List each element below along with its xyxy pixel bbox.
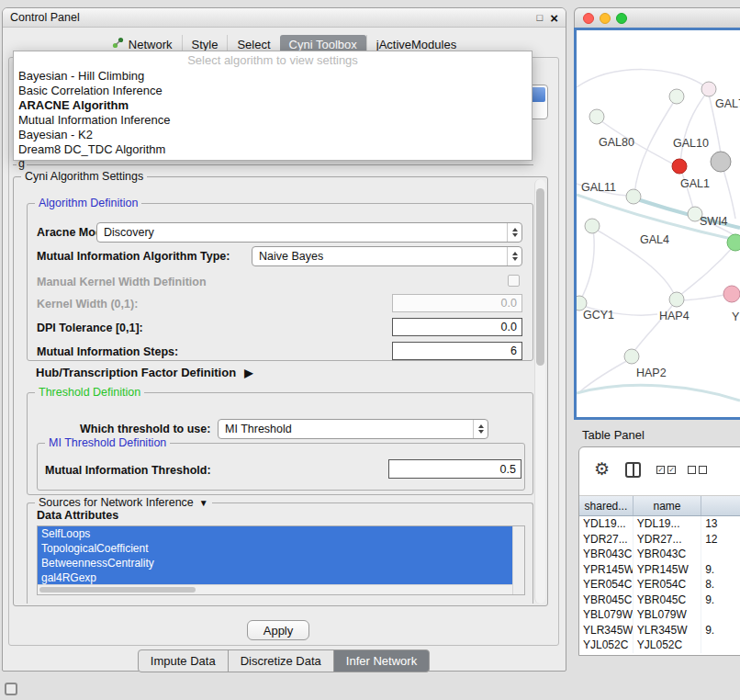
network-node-label[interactable]: GCY1 [583, 309, 614, 322]
tab-impute-data[interactable]: Impute Data [138, 649, 229, 672]
gear-icon[interactable]: ⚙ [594, 458, 610, 480]
algorithm-option[interactable]: Mutual Information Inference [14, 113, 532, 128]
table-row[interactable]: YJL052C YJL052C [579, 638, 740, 653]
attribute-item-selected[interactable]: TopologicalCoefficient [38, 541, 512, 556]
which-threshold-select[interactable]: MI Threshold [218, 419, 488, 439]
attribute-list-hscrollbar[interactable] [38, 584, 512, 594]
scrollbar-thumb[interactable] [39, 587, 196, 593]
network-node-label[interactable]: GAL10 [673, 137, 709, 150]
network-node-label[interactable]: GAL80 [599, 136, 634, 149]
column-header-name[interactable]: name [633, 496, 701, 515]
table-cell[interactable]: YDR27... [633, 532, 701, 548]
algorithm-option-selected[interactable]: ARACNE Algorithm [14, 98, 532, 113]
table-cell[interactable]: 13 [701, 516, 740, 532]
deselect-all-icon[interactable] [688, 466, 707, 474]
dpi-tolerance-input[interactable]: 0.0 [392, 318, 522, 336]
restore-panel-icon[interactable] [5, 683, 17, 695]
close-icon[interactable]: × [550, 12, 558, 24]
column-header-cut[interactable] [701, 496, 740, 515]
table-row[interactable]: YPR145W YPR145W 9. [579, 562, 740, 578]
tab-discretize-data[interactable]: Discretize Data [228, 649, 334, 672]
data-attributes-list[interactable]: SelfLoops TopologicalCoefficient Between… [37, 525, 525, 595]
attribute-item-selected[interactable]: SelfLoops [38, 526, 512, 541]
table-row[interactable]: YLR345W YLR345W 9. [579, 623, 740, 638]
network-window-titlebar[interactable] [574, 7, 740, 28]
mi-threshold-input[interactable]: 0.5 [388, 459, 521, 479]
column-header-shared-name[interactable]: shared... [579, 496, 633, 515]
table-cell[interactable]: YBR045C [579, 593, 633, 608]
tab-infer-network[interactable]: Infer Network [333, 649, 430, 672]
table-cell[interactable]: YER054C [579, 577, 633, 593]
table-row[interactable]: YDL19... YDL19... 13 [579, 516, 740, 532]
table-cell[interactable]: 9. [701, 623, 740, 638]
attribute-item-selected[interactable]: BetweennessCentrality [38, 556, 512, 570]
hub-definition-expander[interactable]: Hub/Transcription Factor Definition ▶ [36, 366, 252, 379]
algorithm-option[interactable]: Dream8 DC_TDC Algorithm [14, 142, 532, 157]
table-cell[interactable]: 9. [701, 593, 740, 608]
network-node-label[interactable]: Y [732, 310, 739, 323]
table-cell[interactable]: YER054C [633, 577, 701, 593]
aracne-mode-select[interactable]: Discovery [96, 222, 522, 243]
mi-type-select[interactable]: Naive Bayes [252, 246, 522, 266]
network-tab-icon [112, 37, 124, 51]
hub-definition-label: Hub/Transcription Factor Definition [36, 366, 236, 379]
mi-steps-input[interactable]: 6 [392, 342, 522, 360]
zoom-traffic-light-icon[interactable] [616, 13, 627, 24]
settings-scrollbar[interactable] [534, 179, 545, 604]
table-cell[interactable]: YBL079W [579, 607, 633, 623]
manual-kernel-checkbox[interactable] [508, 275, 520, 287]
table-row[interactable]: YBR045C YBR045C 9. [579, 593, 740, 608]
attribute-list-vscrollbar[interactable] [512, 526, 524, 594]
table-cell[interactable]: YJL052C [633, 638, 701, 653]
algorithm-option[interactable]: Bayesian - K2 [14, 128, 532, 142]
table-cell[interactable] [701, 638, 740, 653]
table-cell[interactable]: YBR045C [633, 593, 701, 608]
network-node-label[interactable]: HAP2 [636, 367, 667, 379]
control-panel-titlebar[interactable]: Control Panel □ × [3, 8, 566, 28]
network-node-label[interactable]: GAL1 [680, 177, 710, 190]
columns-icon-divider [633, 464, 634, 476]
scrollbar-thumb[interactable] [536, 188, 544, 366]
select-all-icon[interactable]: ✓ ✓ [656, 466, 676, 474]
table-row[interactable]: YBL079W YBL079W [579, 607, 740, 623]
mi-threshold-label: Mutual Information Threshold: [45, 464, 211, 477]
table-cell[interactable]: 9. [701, 562, 740, 578]
expand-right-icon: ▶ [244, 367, 252, 379]
network-node-label[interactable]: GAL11 [581, 181, 616, 194]
table-cell[interactable]: YLR345W [633, 623, 701, 638]
table-row[interactable]: YBR043C YBR043C [579, 547, 740, 562]
table-cell[interactable]: YBR043C [633, 547, 701, 562]
table-cell[interactable]: YPR145W [633, 562, 701, 578]
attribute-item-selected[interactable]: gal4RGexp [38, 570, 512, 585]
control-panel-title: Control Panel [10, 11, 80, 24]
float-window-icon[interactable]: □ [537, 12, 544, 23]
network-node-label[interactable]: GAL7 [715, 97, 740, 110]
table-cell[interactable]: 8. [701, 577, 740, 593]
table-cell[interactable]: 12 [701, 532, 740, 548]
table-cell[interactable]: YBL079W [633, 607, 701, 623]
table-cell[interactable]: YJL052C [579, 638, 633, 653]
algorithm-placeholder[interactable]: Select algorithm to view settings [14, 52, 532, 69]
table-cell[interactable]: YLR345W [579, 623, 633, 638]
sources-title-row[interactable]: Sources for Network Inference ▼ [35, 496, 212, 509]
table-cell[interactable]: YBR043C [579, 547, 633, 562]
kernel-width-input[interactable]: 0.0 [392, 294, 522, 312]
table-row[interactable]: YER054C YER054C 8. [579, 577, 740, 593]
table-cell[interactable]: YPR145W [579, 562, 633, 578]
sources-group: Sources for Network Inference ▼ Data Att… [27, 502, 533, 604]
algorithm-option[interactable]: Basic Correlation Inference [14, 84, 532, 98]
network-node-label[interactable]: SWI4 [700, 215, 728, 228]
table-cell[interactable]: YDL19... [633, 516, 701, 532]
apply-button[interactable]: Apply [247, 620, 309, 640]
table-cell[interactable]: YDR27... [579, 532, 633, 548]
network-node-label[interactable]: HAP4 [659, 310, 690, 322]
network-node-label[interactable]: GAL4 [640, 233, 669, 246]
table-cell[interactable]: YDL19... [579, 516, 633, 532]
table-cell[interactable] [701, 607, 740, 623]
table-cell[interactable] [701, 547, 740, 562]
table-row[interactable]: YDR27... YDR27... 12 [579, 532, 740, 548]
close-traffic-light-icon[interactable] [583, 13, 594, 24]
minimize-traffic-light-icon[interactable] [600, 13, 611, 24]
algorithm-option[interactable]: Bayesian - Hill Climbing [14, 69, 532, 84]
columns-icon[interactable] [625, 462, 641, 478]
